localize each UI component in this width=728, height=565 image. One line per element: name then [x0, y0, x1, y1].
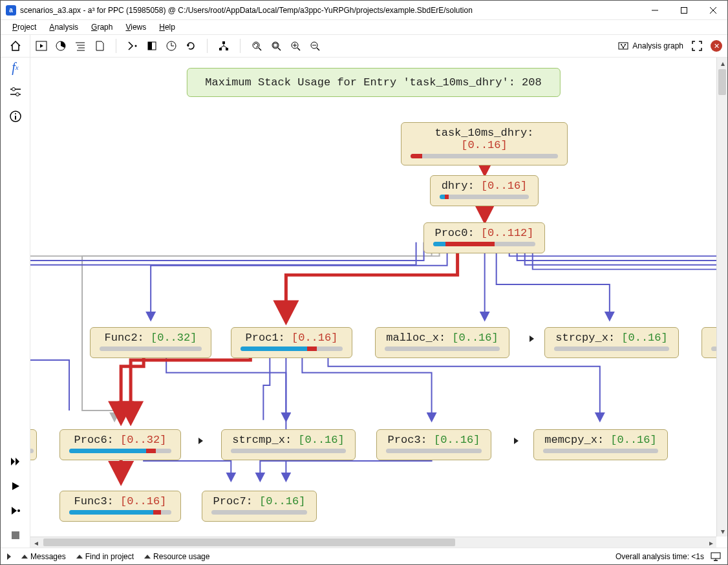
info-icon[interactable]	[10, 111, 21, 122]
node-strcmp[interactable]: strcmp_x: [0..16]	[221, 429, 356, 460]
fullscreen-icon[interactable]	[691, 40, 703, 52]
svg-line-23	[224, 46, 227, 48]
app-icon: a	[6, 5, 16, 16]
svg-line-30	[297, 48, 300, 50]
node-func2[interactable]: Func2: [0..32]	[90, 327, 211, 358]
svg-line-41	[623, 45, 625, 48]
stop-icon[interactable]	[10, 529, 21, 541]
svg-rect-54	[12, 531, 19, 539]
maximize-button[interactable]	[669, 1, 698, 19]
play-window-icon[interactable]	[36, 40, 47, 52]
node-proc7[interactable]: Proc7: [0..16]	[202, 491, 317, 522]
zoom-in-icon[interactable]	[290, 40, 301, 52]
menu-project[interactable]: Project	[7, 21, 41, 33]
svg-marker-5	[40, 44, 43, 48]
svg-point-43	[12, 88, 15, 91]
tree-icon[interactable]	[218, 40, 230, 52]
node-proc3[interactable]: Proc3: [0..16]	[376, 429, 491, 460]
svg-rect-19	[219, 48, 222, 50]
minimize-button[interactable]	[640, 1, 669, 19]
play-icon[interactable]	[10, 480, 21, 492]
refresh-icon[interactable]	[185, 40, 197, 52]
pie-icon[interactable]	[55, 40, 67, 52]
status-resource[interactable]: Resource usage	[144, 552, 209, 561]
svg-point-11	[135, 45, 137, 47]
left-rail: fx	[1, 58, 30, 548]
status-time: Overall analysis time: <1s	[616, 552, 704, 561]
scrollbar-horizontal[interactable]: ◂ ▸	[30, 537, 716, 548]
zoom-fit-icon[interactable]	[270, 40, 282, 52]
expand-statusbar-icon[interactable]	[7, 553, 11, 560]
half-icon[interactable]	[146, 40, 158, 52]
expand-icon[interactable]	[530, 336, 534, 342]
scroll-left-icon[interactable]: ◂	[30, 537, 41, 548]
svg-line-22	[220, 46, 224, 48]
scrollbar-vertical[interactable]: ▴ ▾	[716, 58, 727, 537]
zoom-out-icon[interactable]	[309, 40, 321, 52]
svg-marker-51	[12, 482, 19, 490]
document-icon[interactable]	[94, 40, 105, 52]
analysis-graph-label: Analysis graph	[632, 41, 683, 50]
graph-pane[interactable]: Maximum Stack Usage for Entry 'task_10ms…	[30, 58, 727, 548]
scroll-right-icon[interactable]: ▸	[705, 537, 716, 548]
node-memcpy[interactable]: memcpy_x: [0..16]	[533, 429, 668, 460]
monitor-icon[interactable]	[711, 552, 721, 561]
clock-icon[interactable]	[166, 40, 177, 52]
svg-point-47	[15, 113, 16, 114]
analysis-graph-indicator[interactable]: Analysis graph	[618, 41, 683, 51]
node-dhry[interactable]: dhry: [0..16]	[430, 175, 539, 206]
menu-help[interactable]: Help	[154, 21, 180, 33]
menu-graph[interactable]: Graph	[86, 21, 118, 33]
svg-rect-57	[711, 553, 720, 559]
scroll-thumb-horizontal[interactable]	[43, 538, 455, 546]
svg-point-45	[16, 93, 19, 96]
svg-marker-52	[12, 507, 17, 515]
svg-rect-28	[273, 43, 277, 47]
node-malloc[interactable]: malloc_x: [0..16]	[375, 327, 509, 358]
play-to-icon[interactable]	[10, 505, 21, 517]
svg-marker-49	[11, 458, 15, 465]
window-title: scenarios_a3.apx - a³ for PPC (15985058)…	[20, 6, 640, 15]
node-strcpy[interactable]: strcpy_x: [0..16]	[544, 327, 679, 358]
zoom-reset-icon[interactable]	[251, 40, 262, 52]
svg-line-34	[317, 48, 319, 50]
node-proc0[interactable]: Proc0: [0..112]	[423, 222, 545, 253]
menu-views[interactable]: Views	[120, 21, 151, 33]
list-icon[interactable]	[74, 40, 86, 52]
toolbar: Analysis graph ✕	[1, 34, 727, 58]
scroll-up-icon[interactable]: ▴	[717, 58, 727, 69]
svg-rect-1	[681, 7, 687, 13]
fast-forward-icon[interactable]	[10, 456, 21, 467]
menubar: Project Analysis Graph Views Help	[1, 20, 727, 34]
menu-analysis[interactable]: Analysis	[44, 21, 83, 33]
scroll-thumb-vertical[interactable]	[718, 69, 726, 95]
expand-icon[interactable]	[514, 438, 519, 444]
node-task[interactable]: task_10ms_dhry: [0..16]	[401, 122, 568, 165]
sliders-icon[interactable]	[10, 86, 21, 98]
fx-icon[interactable]: fx	[10, 61, 21, 73]
home-icon[interactable]	[10, 40, 21, 52]
svg-rect-20	[226, 48, 228, 50]
svg-line-40	[621, 45, 623, 48]
svg-rect-13	[148, 42, 152, 50]
close-button[interactable]	[698, 1, 727, 19]
node-partial-left[interactable]	[30, 429, 37, 460]
statusbar: Messages Find in project Resource usage …	[1, 548, 727, 564]
step-icon[interactable]	[127, 40, 138, 52]
analysis-banner: Maximum Stack Usage for Entry 'task_10ms…	[186, 68, 560, 97]
expand-icon[interactable]	[198, 438, 203, 444]
close-view-button[interactable]: ✕	[711, 40, 722, 52]
svg-point-53	[17, 509, 20, 512]
svg-line-27	[278, 48, 281, 50]
svg-marker-50	[16, 458, 19, 465]
status-messages[interactable]: Messages	[21, 552, 66, 561]
node-func3[interactable]: Func3: [0..16]	[59, 491, 181, 522]
scroll-down-icon[interactable]: ▾	[717, 526, 727, 537]
node-proc1[interactable]: Proc1: [0..16]	[231, 327, 352, 358]
svg-line-25	[259, 48, 261, 50]
status-find[interactable]: Find in project	[76, 552, 134, 561]
titlebar: a scenarios_a3.apx - a³ for PPC (1598505…	[1, 1, 727, 20]
svg-rect-18	[222, 41, 225, 44]
node-proc6[interactable]: Proc6: [0..32]	[59, 429, 181, 460]
